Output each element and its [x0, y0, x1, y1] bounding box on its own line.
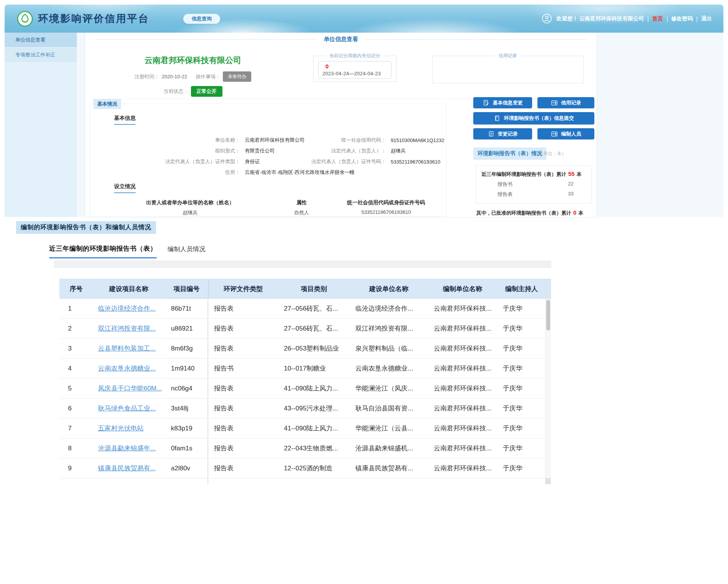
credit-record-button[interactable]: 信用记录 [537, 97, 594, 108]
cell-seq: 4 [60, 359, 92, 378]
tab-recent-reports[interactable]: 近三年编制的环境影响报告书（表） [49, 244, 157, 258]
nav-change-password[interactable]: 修改密码 [671, 15, 693, 22]
report-book-icon [494, 115, 501, 122]
cell-category: 12--025酒的制造 [278, 458, 349, 478]
report-row: 4 云南农垦永德糖业... 1m9140 报告书 10--017制糖业 云南农垦… [60, 359, 551, 379]
cell-category: 43--095污水处理... [278, 399, 349, 418]
cell-project-name: 凤庆县干口华能60M... [92, 379, 165, 398]
cell-project-code: k83p19 [165, 419, 208, 438]
basic-section-label: 基本情况 [93, 99, 121, 109]
setup-attribute: 自然人 [275, 209, 328, 216]
credit-box-title: 信用记录 [495, 53, 521, 59]
stats-item: 报告书 22 [481, 178, 586, 188]
nav-separator: | [696, 16, 698, 22]
project-link[interactable]: 临沧边境经济合作... [98, 304, 156, 313]
app-title: 环境影响评价信用平台 [38, 12, 149, 25]
cell-compile-unit: 云南君邦环保科技... [428, 458, 497, 478]
card-title-row: 单位信息查看 [95, 36, 587, 43]
cell-doc-type: 报告表 [208, 319, 278, 338]
cell-project-code: 8m6f3g [165, 339, 208, 358]
report-submit-label: 环境影响报告书（表）信息提交 [504, 115, 574, 122]
cell-owner-unit: 华能澜沧江（云县... [349, 419, 428, 438]
cell-project-code: 86b71t [165, 299, 208, 318]
field-row: 统一社会信用代码： 91510300MA6K1Q1232 [309, 135, 446, 146]
cell-doc-type: 报告表 [208, 399, 278, 418]
cell-lead: 于庆华 [497, 299, 546, 318]
info-query-button[interactable]: 信息查询 [183, 14, 220, 24]
score-box: 当前记分周期内失信记分 0 2023-04-24—2024-04-23 [313, 56, 396, 82]
register-row: 注册时间： 2020-10-22 操作事项： 未有待办 [116, 71, 270, 82]
field-value: 身份证 [245, 158, 260, 165]
project-link[interactable]: 双江祥鸿投资有限... [98, 324, 156, 333]
todo-badge[interactable]: 未有待办 [223, 71, 251, 82]
setup-table-header: 出资人或者举办单位等的名称（姓名） 属性 统一社会信用代码或身份证件号码 [106, 199, 444, 206]
project-link[interactable]: 云南农垦永德糖业... [98, 364, 156, 373]
cell-compile-unit: 云南君邦环保科技... [428, 339, 497, 358]
field-value: 云南君邦环保科技有限公司 [245, 137, 305, 144]
project-link[interactable]: 沧源县勐来锦盛年... [98, 444, 156, 453]
basic-change-button[interactable]: 基本信息变更 [473, 97, 532, 108]
scrollbar-thumb[interactable] [546, 300, 550, 331]
cell-lead: 于庆华 [497, 438, 546, 458]
status-label: 当前状态： [164, 88, 189, 95]
cell-project-code: 0fam1s [165, 438, 208, 458]
person-card-icon [551, 99, 558, 106]
project-link[interactable]: 耿马绿色食品工业... [98, 404, 156, 413]
field-value: 91510300MA6K1Q1232 [391, 137, 444, 143]
title-rule-right [365, 39, 587, 40]
stats-item-label: 报告书 [497, 181, 512, 188]
cell-compile-unit: 云南君邦环保科技... [428, 419, 497, 438]
cell-owner-unit: 华能澜沧江（凤庆... [349, 379, 428, 398]
cell-project-name: 耿马绿色食品工业... [92, 399, 165, 418]
staff-label: 编制人员 [561, 131, 581, 137]
report-row: 3 云县塑料包装加工... 8m6f3g 报告表 26--053塑料制品业 泉兴… [60, 339, 551, 359]
project-link[interactable]: 五家村光伏电站 [98, 424, 144, 433]
tab-basic-info[interactable]: 基本信息 [114, 115, 136, 125]
change-record-label: 变更记录 [498, 131, 518, 137]
scrollbar-end[interactable] [546, 478, 551, 484]
nav-logout[interactable]: 退出 [701, 15, 712, 22]
report-submit-button[interactable]: 环境影响报告书（表）信息提交 [473, 112, 594, 124]
setup-code: 533521196706193610 [328, 209, 444, 216]
cell-project-code: a2l80v [165, 458, 208, 478]
project-link[interactable]: 镇康县民族贸易有... [98, 464, 156, 473]
field-value: 云南省·临沧市·临翔区·西河北路玫瑰水岸丽舍一幢 [245, 169, 355, 176]
field-value: 赵继兵 [391, 147, 406, 154]
project-link[interactable]: 云县塑料包装加工... [98, 344, 156, 353]
credit-record-box: 信用记录 [432, 56, 584, 83]
cell-project-code: nc06g4 [165, 379, 208, 398]
cell-doc-type: 报告表 [208, 438, 278, 458]
table-scrollbar[interactable] [545, 299, 551, 484]
tab-staff-info[interactable]: 编制人员情况 [167, 245, 206, 253]
cell-project-name: 云县塑料包装加工... [92, 339, 165, 358]
company-block: 云南君邦环保科技有限公司 注册时间： 2020-10-22 操作事项： 未有待办… [116, 55, 270, 101]
nav-home[interactable]: 首页 [652, 15, 663, 22]
table-header-cell: 项目编号 [165, 279, 208, 298]
sidebar-item-label: 单位信息查看 [15, 36, 45, 43]
sidebar-item[interactable]: 单位信息查看 [5, 33, 77, 48]
field-row: 法定代表人（负责人）证件类型： 身份证 [106, 156, 313, 167]
cell-seq: 6 [60, 399, 92, 418]
fields-right-column: 统一社会信用代码： 91510300MA6K1Q1232 法定代表人（负责人）：… [309, 135, 446, 167]
cell-compile-unit: 云南君邦环保科技... [428, 399, 497, 418]
cell-owner-unit: 云南农垦永德糖业... [349, 359, 428, 378]
cell-compile-unit: 云南君邦环保科技... [428, 379, 497, 398]
field-row: 住所： 云南省·临沧市·临翔区·西河北路玫瑰水岸丽舍一幢 [106, 167, 313, 178]
title-rule-left [95, 39, 317, 40]
field-label: 单位名称： [106, 137, 240, 144]
staff-button[interactable]: 编制人员 [537, 128, 594, 139]
tab-setup-info[interactable]: 设立情况 [114, 183, 136, 193]
doc-edit-icon [483, 99, 489, 106]
stats-approved-prefix: 其中，已批准的环境影响报告书（表）累计 [476, 210, 571, 216]
fields-left-column: 单位名称： 云南君邦环保科技有限公司 组织形式： 有限责任公司 法定代表人（负责… [106, 135, 313, 178]
change-record-button[interactable]: 变更记录 [473, 128, 532, 139]
cell-seq: 1 [60, 299, 92, 318]
page: 环境影响评价信用平台 信息查询 欢迎您！ 云南君邦环保科技有限公司 | 首页 |… [0, 0, 728, 584]
cell-seq: 8 [60, 438, 92, 458]
page-title: 单位信息查看 [324, 36, 358, 43]
project-link[interactable]: 凤庆县干口华能60M... [98, 384, 162, 393]
report-row: 5 凤庆县干口华能60M... nc06g4 报告表 41--090陆上风力..… [60, 379, 551, 399]
table-header-cell: 项目类别 [278, 279, 350, 298]
setup-investor-name: 赵继兵 [106, 209, 275, 216]
sidebar-item[interactable]: 专项整治工作补正 [5, 48, 77, 63]
